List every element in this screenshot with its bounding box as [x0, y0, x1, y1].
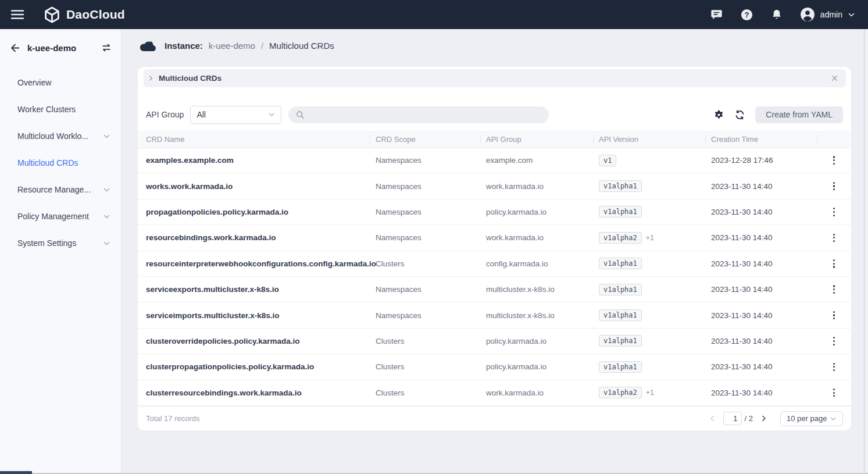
creation-time: 2023-11-30 14:40 — [711, 259, 773, 268]
search-input[interactable] — [309, 106, 549, 124]
api-group-select-value: All — [197, 110, 206, 119]
api-group-filter-label: API Group — [146, 110, 184, 119]
crd-name: propagationpolicies.policy.karmada.io — [146, 208, 288, 216]
api-version-cell: v1alpha1 — [593, 361, 705, 373]
banner-title: Multicloud CRDs — [159, 74, 222, 83]
row-actions-cell — [817, 204, 851, 220]
row-actions-menu-icon[interactable] — [830, 204, 838, 220]
row-actions-menu-icon[interactable] — [830, 333, 838, 349]
creation-time: 2023-11-30 14:40 — [711, 311, 773, 320]
help-icon[interactable]: ? — [740, 8, 753, 22]
api-version-extra-count: +1 — [646, 389, 654, 397]
row-actions-menu-icon[interactable] — [830, 152, 838, 168]
back-arrow-icon[interactable] — [9, 42, 20, 54]
chevron-down-icon — [268, 111, 275, 118]
sidebar-header: k-uee-demo — [0, 29, 121, 66]
sidebar-item-label: System Settings — [17, 238, 76, 248]
crd-scope-cell: Clusters — [370, 337, 480, 345]
breadcrumb-current: Multicloud CRDs — [269, 41, 334, 51]
refresh-icon[interactable] — [734, 109, 745, 120]
sidebar-item-overview[interactable]: Overview — [0, 69, 121, 96]
page-size-select[interactable]: 10 per page — [780, 411, 843, 426]
chevron-down-icon — [830, 415, 837, 422]
crd-name-cell: propagationpolicies.policy.karmada.io — [138, 208, 370, 216]
row-actions-cell — [817, 385, 851, 401]
cluster-name: k-uee-demo — [27, 43, 76, 53]
api-group-cell: policy.karmada.io — [480, 208, 593, 216]
page-number-input[interactable] — [723, 412, 742, 425]
user-menu[interactable]: admin — [800, 7, 855, 22]
chevron-right-icon[interactable] — [148, 75, 154, 81]
crd-scope-cell: Namespaces — [370, 233, 480, 242]
api-group: policy.karmada.io — [486, 362, 546, 371]
chevron-down-icon — [103, 186, 110, 194]
api-group-cell: work.karmada.io — [480, 389, 593, 397]
creation-time: 2023-11-30 14:40 — [711, 182, 773, 191]
crd-scope: Namespaces — [376, 233, 422, 242]
sidebar-item-multicloud-crds[interactable]: Multicloud CRDs — [0, 149, 121, 176]
switch-instance-icon[interactable] — [101, 42, 112, 53]
breadcrumb-instance-link[interactable]: k-uee-demo — [209, 41, 255, 51]
crd-scope: Clusters — [376, 337, 405, 345]
table-row: resourcebindings.work.karmada.ioNamespac… — [138, 225, 851, 251]
crd-name: examples.example.com — [146, 156, 234, 165]
api-group-cell: work.karmada.io — [480, 182, 593, 191]
creation-time-cell: 2023-11-30 14:40 — [705, 311, 817, 320]
column-header-crd-name: CRD Name — [138, 131, 370, 148]
api-version-badge: v1alpha1 — [599, 258, 642, 269]
horizontal-scrollbar-thumb[interactable] — [0, 471, 32, 474]
sidebar-item-resource-manage[interactable]: Resource Manage... — [0, 176, 121, 203]
hamburger-menu-icon[interactable] — [10, 9, 24, 20]
crd-name-cell: works.work.karmada.io — [138, 182, 370, 191]
next-page-icon[interactable] — [760, 415, 767, 422]
screen: DaoCloud ? admin — [0, 0, 868, 474]
sidebar-item-policy-management[interactable]: Policy Management — [0, 203, 121, 230]
search-icon — [296, 111, 305, 119]
sidebar-item-system-settings[interactable]: System Settings — [0, 230, 121, 256]
cloud-icon — [138, 39, 158, 52]
gear-icon[interactable] — [713, 109, 724, 120]
row-actions-menu-icon[interactable] — [830, 385, 838, 401]
table-header: CRD NameCRD ScopeAPI GroupAPI VersionCre… — [138, 131, 851, 148]
sidebar-item-label: Worker Clusters — [17, 105, 76, 114]
row-actions-menu-icon[interactable] — [830, 256, 838, 272]
row-actions-menu-icon[interactable] — [830, 308, 838, 323]
creation-time: 2023-12-28 17:46 — [711, 156, 773, 165]
crd-name: clusterpropagationpolicies.policy.karmad… — [146, 362, 314, 371]
sidebar-item-worker-clusters[interactable]: Worker Clusters — [0, 96, 121, 123]
sidebar-item-label: Resource Manage... — [17, 185, 91, 194]
row-actions-menu-icon[interactable] — [830, 281, 838, 297]
table-row: works.work.karmada.ioNamespaceswork.karm… — [138, 173, 851, 199]
row-actions-cell — [817, 179, 851, 194]
user-name: admin — [820, 10, 842, 19]
bell-icon[interactable] — [770, 8, 783, 22]
create-from-yaml-button[interactable]: Create from YAML — [755, 106, 843, 123]
api-group-select[interactable]: All — [190, 106, 281, 124]
row-actions-menu-icon[interactable] — [830, 230, 838, 246]
brand-logo[interactable]: DaoCloud — [43, 6, 125, 24]
sidebar-item-multicloud-worklo[interactable]: Multicloud Worklo... — [0, 123, 121, 149]
column-header-crd-scope: CRD Scope — [370, 131, 480, 148]
close-icon[interactable] — [831, 74, 838, 82]
api-version-badge: v1alpha1 — [599, 335, 642, 347]
chat-icon[interactable] — [710, 8, 723, 21]
api-version-cell: v1alpha2+1 — [593, 387, 705, 398]
api-group: work.karmada.io — [486, 389, 544, 397]
crd-scope: Namespaces — [376, 182, 422, 191]
table-row: resourceinterpreterwebhookconfigurations… — [138, 251, 851, 277]
total-records: Total 17 records — [146, 414, 200, 423]
row-actions-menu-icon[interactable] — [830, 359, 838, 375]
crd-name: serviceimports.multicluster.x-k8s.io — [146, 311, 280, 320]
crd-scope-cell: Clusters — [370, 259, 480, 268]
api-version-cell: v1alpha1 — [593, 258, 705, 269]
crd-scope-cell: Clusters — [370, 389, 480, 397]
row-actions-menu-icon[interactable] — [830, 179, 838, 194]
column-header-api-group: API Group — [480, 131, 593, 148]
table-row: serviceexports.multicluster.x-k8s.ioName… — [138, 277, 851, 302]
crd-name-cell: resourceinterpreterwebhookconfigurations… — [138, 259, 370, 268]
row-actions-cell — [817, 152, 851, 168]
prev-page-icon[interactable] — [709, 415, 716, 422]
vertical-scrollbar[interactable] — [864, 29, 868, 474]
breadcrumb-prefix: Instance: — [165, 41, 203, 51]
api-group-cell: work.karmada.io — [480, 233, 593, 242]
